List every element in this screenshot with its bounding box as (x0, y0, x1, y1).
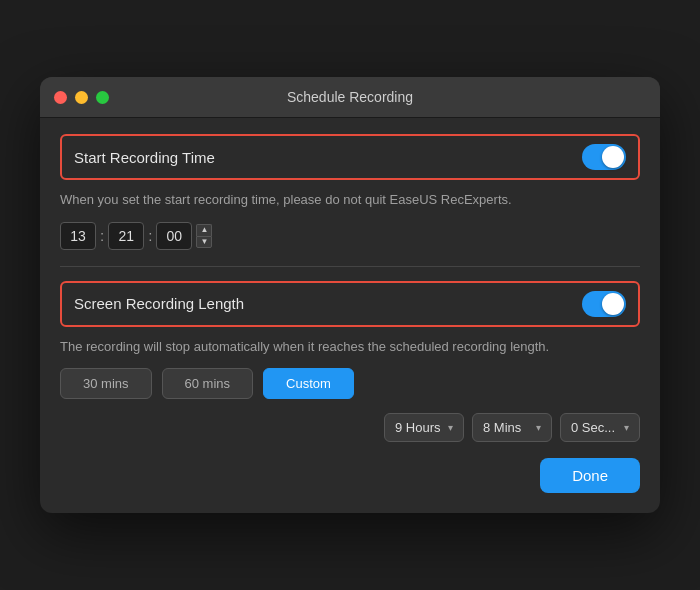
title-bar: Schedule Recording (40, 77, 660, 118)
maximize-button[interactable] (96, 91, 109, 104)
schedule-recording-window: Schedule Recording Start Recording Time … (40, 77, 660, 513)
time-sep-1: : (96, 227, 108, 244)
time-sep-2: : (144, 227, 156, 244)
60-mins-button[interactable]: 60 mins (162, 368, 254, 399)
time-input-row: 13 : 21 : 00 ▲ ▼ (60, 222, 640, 250)
hours-dropdown-label: 9 Hours (395, 420, 441, 435)
window-title: Schedule Recording (287, 89, 413, 105)
custom-button[interactable]: Custom (263, 368, 354, 399)
toggle-thumb (602, 146, 624, 168)
custom-time-row: 9 Hours ▾ 8 Mins ▾ 0 Sec... ▾ (60, 413, 640, 442)
minutes-input[interactable]: 21 (108, 222, 144, 250)
minimize-button[interactable] (75, 91, 88, 104)
screen-recording-label: Screen Recording Length (74, 295, 244, 312)
sec-dropdown-label: 0 Sec... (571, 420, 615, 435)
done-row: Done (60, 458, 640, 493)
screen-recording-description: The recording will stop automatically wh… (60, 337, 640, 357)
mins-dropdown-label: 8 Mins (483, 420, 521, 435)
hours-input[interactable]: 13 (60, 222, 96, 250)
content-area: Start Recording Time When you set the st… (40, 118, 660, 513)
done-button[interactable]: Done (540, 458, 640, 493)
screen-recording-toggle[interactable] (582, 291, 626, 317)
toggle-thumb-2 (602, 293, 624, 315)
traffic-lights (54, 91, 109, 104)
sec-chevron-icon: ▾ (624, 422, 629, 433)
seconds-input[interactable]: 00 (156, 222, 192, 250)
close-button[interactable] (54, 91, 67, 104)
mins-dropdown[interactable]: 8 Mins ▾ (472, 413, 552, 442)
start-recording-label: Start Recording Time (74, 149, 215, 166)
duration-buttons-row: 30 mins 60 mins Custom (60, 368, 640, 399)
hours-dropdown[interactable]: 9 Hours ▾ (384, 413, 464, 442)
mins-chevron-icon: ▾ (536, 422, 541, 433)
hours-chevron-icon: ▾ (448, 422, 453, 433)
stepper-up[interactable]: ▲ (196, 224, 212, 236)
start-recording-toggle[interactable] (582, 144, 626, 170)
sec-dropdown[interactable]: 0 Sec... ▾ (560, 413, 640, 442)
stepper-down[interactable]: ▼ (196, 236, 212, 248)
screen-recording-section: Screen Recording Length The recording wi… (60, 281, 640, 494)
time-stepper[interactable]: ▲ ▼ (196, 224, 212, 248)
start-recording-description: When you set the start recording time, p… (60, 190, 640, 210)
30-mins-button[interactable]: 30 mins (60, 368, 152, 399)
start-recording-header: Start Recording Time (60, 134, 640, 180)
section-divider (60, 266, 640, 267)
start-recording-section: Start Recording Time When you set the st… (60, 134, 640, 250)
screen-recording-header: Screen Recording Length (60, 281, 640, 327)
